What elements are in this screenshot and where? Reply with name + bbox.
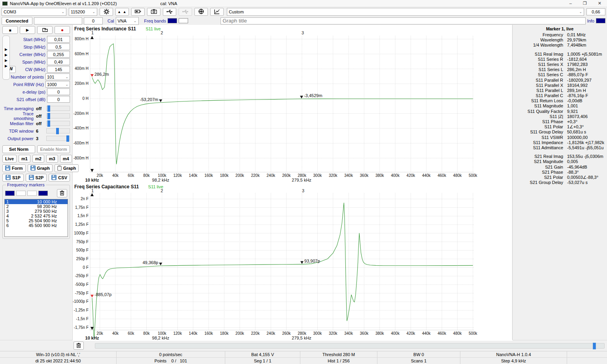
- slider-handle[interactable]: [47, 105, 50, 112]
- chevron-down-icon: ⌄: [579, 10, 582, 14]
- band-arrow-icon[interactable]: ▶: [5, 47, 8, 51]
- m2-button[interactable]: m2: [32, 155, 44, 163]
- history-slider[interactable]: [95, 343, 605, 349]
- screenshot-button[interactable]: [147, 8, 160, 16]
- band-arrow-icon[interactable]: ▶: [5, 58, 8, 62]
- frequency-marker-item[interactable]: 42 532 475 Hz: [5, 214, 68, 218]
- field-value-5[interactable]: 101⌄: [45, 73, 70, 80]
- s1p-button[interactable]: S1P: [2, 174, 24, 182]
- cal-mode-select[interactable]: VNA⌄: [116, 17, 139, 25]
- m3-button[interactable]: m3: [46, 155, 58, 163]
- slider-track[interactable]: [46, 113, 70, 118]
- svg-text:440k: 440k: [422, 173, 431, 178]
- csv-button[interactable]: CSV: [49, 174, 70, 182]
- minimize-button[interactable]: –: [569, 1, 572, 6]
- capacitance-chart[interactable]: Freq Series Capacitance S11S11 live20k40…: [73, 183, 513, 341]
- band-preset-arrows[interactable]: ▶▶▶▶: [2, 36, 10, 80]
- usb-connect-button[interactable]: [163, 8, 176, 16]
- svg-text:300k: 300k: [313, 173, 322, 178]
- field-value-2[interactable]: 0,255: [47, 51, 70, 58]
- slider-track[interactable]: [46, 128, 70, 133]
- field-value-1[interactable]: 0,5: [47, 43, 70, 50]
- scale-value-field[interactable]: 0,66: [586, 8, 605, 15]
- form-button[interactable]: Form: [2, 164, 26, 172]
- svg-text:-1,25n F: -1,25n F: [74, 308, 89, 312]
- svg-text:Freq Series Capacitance S11: Freq Series Capacitance S11: [74, 184, 139, 190]
- stop-sweep-button[interactable]: ■: [2, 26, 18, 34]
- marker-color-swatch[interactable]: [27, 191, 37, 196]
- enable-norm-button[interactable]: Enable Norm: [37, 145, 70, 153]
- target-button[interactable]: [194, 8, 208, 16]
- record-button[interactable]: ●: [55, 26, 70, 34]
- sweep-up-button[interactable]: ▲ ▲: [115, 8, 129, 16]
- m1-button[interactable]: m1: [19, 155, 30, 163]
- frequency-marker-item[interactable]: 525 504 900 Hz: [5, 218, 68, 223]
- baud-rate-select[interactable]: 115200⌄: [69, 8, 97, 16]
- status-cell: Scans 1: [377, 358, 460, 364]
- freq-bands-color-swatch[interactable]: [168, 18, 177, 23]
- com-port-select[interactable]: COM3⌄: [2, 8, 66, 16]
- s2p-button[interactable]: S2P: [26, 174, 47, 182]
- field-value-0[interactable]: 0,01: [47, 36, 70, 43]
- svg-text:40k: 40k: [112, 331, 119, 336]
- slider-handle[interactable]: [66, 135, 69, 142]
- maximize-button[interactable]: ❐: [583, 1, 587, 6]
- delete-markers-button[interactable]: [57, 189, 67, 197]
- field-value-3[interactable]: 0,49: [47, 58, 70, 65]
- slider-handle[interactable]: [47, 120, 50, 127]
- field-value-8[interactable]: 0: [47, 96, 70, 103]
- slider-track[interactable]: [46, 136, 70, 141]
- slider-track[interactable]: [46, 121, 70, 126]
- usb-disconnect-button[interactable]: [179, 8, 192, 16]
- svg-text:480k: 480k: [453, 331, 462, 336]
- graph-preset-value: Custom: [229, 9, 244, 14]
- frequency-marker-list[interactable]: 110 000 Hz298 200 Hz3279 500 Hz42 532 47…: [4, 199, 68, 237]
- slider-track[interactable]: [46, 106, 70, 111]
- frequency-marker-item[interactable]: 110 000 Hz: [5, 199, 68, 204]
- readout-row: S21 Real Imag153,55u -j5,0306m: [513, 154, 607, 159]
- graph-preset-select[interactable]: Custom⌄: [227, 8, 584, 16]
- field-value-6[interactable]: 1000⌄: [45, 81, 70, 88]
- connected-button[interactable]: Connected: [2, 17, 32, 25]
- m4-button[interactable]: m4: [60, 155, 72, 163]
- inductance-chart[interactable]: Freq Series Inductance S11S11 live20k40k…: [73, 25, 513, 182]
- load-sweep-button[interactable]: [37, 26, 53, 34]
- battery-button[interactable]: [131, 8, 145, 16]
- retries-field[interactable]: 0: [84, 17, 103, 24]
- slider-handle[interactable]: [47, 113, 50, 119]
- close-button[interactable]: ✕: [598, 1, 601, 6]
- chevron-down-icon: ⌄: [134, 19, 137, 23]
- svg-text:500k: 500k: [469, 173, 478, 178]
- info-color-swatch[interactable]: [596, 18, 605, 23]
- port-info-field[interactable]: [34, 17, 82, 24]
- readout-row: S11 Parallel R-180209,297: [513, 78, 607, 83]
- field-row: S21 offset (dB)0: [0, 96, 72, 103]
- settings-button[interactable]: [100, 8, 113, 16]
- field-value-7[interactable]: 0: [47, 88, 70, 95]
- readout-row: S11 |Z|18073,406: [513, 114, 607, 119]
- band-arrow-icon[interactable]: ▶: [5, 64, 8, 68]
- marker-color-swatch[interactable]: [16, 191, 26, 196]
- frequency-marker-item[interactable]: 3279 500 Hz: [5, 209, 68, 214]
- history-slider-handle[interactable]: [593, 343, 596, 349]
- field-value-4[interactable]: 145: [47, 66, 70, 73]
- graph-button[interactable]: Graph: [28, 164, 53, 172]
- clear-history-button[interactable]: [74, 341, 84, 350]
- status-bar: Win-10 (v10.0) nl-NL ','0 points/secBat …: [0, 351, 607, 364]
- status-cell: 0 points/sec: [117, 351, 225, 357]
- marker-color-swatch[interactable]: [5, 191, 15, 196]
- graph-button[interactable]: Graph: [55, 164, 79, 172]
- graph-title-input[interactable]: [221, 17, 585, 24]
- set-norm-button[interactable]: Set Norm: [2, 145, 35, 153]
- run-sweep-button[interactable]: ▶: [20, 26, 35, 34]
- svg-text:-53,207m: -53,207m: [140, 97, 158, 102]
- graph-mode-button[interactable]: [210, 8, 224, 16]
- slider-handle[interactable]: [56, 128, 59, 134]
- marker-color-swatch[interactable]: [38, 191, 48, 196]
- frequency-marker-item[interactable]: 298 200 Hz: [5, 204, 68, 209]
- live-button[interactable]: Live: [2, 155, 17, 163]
- freq-bands-color-swatch-2[interactable]: [179, 18, 188, 23]
- frequency-marker-item[interactable]: 645 500 900 Hz: [5, 223, 68, 228]
- svg-text:60k: 60k: [128, 331, 134, 336]
- band-arrow-icon[interactable]: ▶: [5, 53, 8, 57]
